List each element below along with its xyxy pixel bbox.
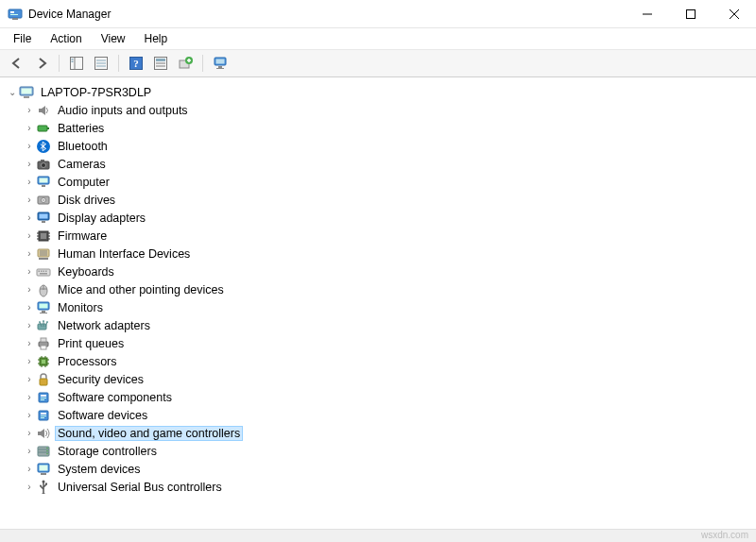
tree-item[interactable]: ›Software components	[2, 388, 752, 406]
svg-point-111	[43, 480, 45, 483]
svg-rect-48	[42, 221, 45, 223]
tree-root-label: LAPTOP-7PSR3DLP	[38, 85, 154, 100]
expand-icon[interactable]: ›	[23, 212, 36, 223]
expand-icon[interactable]: ›	[23, 320, 36, 330]
svg-rect-10	[72, 59, 74, 60]
tree-item[interactable]: ›System devices	[2, 460, 752, 478]
tree-item[interactable]: ›Keyboards	[2, 263, 752, 280]
tree-item[interactable]: ›Computer	[2, 173, 752, 191]
window-title: Device Manager	[28, 8, 111, 21]
keyboard-icon	[36, 264, 51, 279]
computer-icon	[36, 175, 51, 190]
camera-icon	[36, 157, 51, 172]
expand-icon[interactable]: ›	[23, 392, 36, 402]
tree-item[interactable]: ›Human Interface Devices	[2, 245, 752, 263]
expand-icon[interactable]: ›	[23, 338, 36, 348]
tree-item-label: System devices	[55, 462, 144, 477]
system-icon	[36, 462, 51, 477]
tree-item[interactable]: ›Firmware	[2, 227, 752, 245]
svg-rect-113	[45, 483, 47, 484]
svg-point-38	[42, 162, 46, 167]
menu-help[interactable]: Help	[137, 30, 176, 47]
show-hide-console-button[interactable]	[65, 53, 88, 74]
menu-action[interactable]: Action	[43, 30, 89, 47]
svg-rect-0	[9, 9, 22, 18]
expand-icon[interactable]: ›	[23, 105, 36, 115]
add-hardware-button[interactable]	[174, 53, 197, 74]
menubar: File Action View Help	[0, 28, 756, 49]
tree-item[interactable]: ›Batteries	[2, 119, 752, 137]
expand-icon[interactable]: ›	[23, 482, 36, 492]
properties-button[interactable]	[90, 53, 112, 74]
tree-item[interactable]: ›Print queues	[2, 334, 752, 352]
tree-item[interactable]: ›Bluetooth	[2, 137, 752, 155]
tree-root[interactable]: ⌄ LAPTOP-7PSR3DLP	[2, 83, 752, 101]
network-icon	[36, 318, 51, 333]
tree-item-label: Human Interface Devices	[55, 246, 193, 262]
expand-icon[interactable]: ›	[23, 356, 36, 366]
tree-item-label: Bluetooth	[55, 139, 111, 154]
svg-rect-75	[38, 324, 46, 330]
device-tree[interactable]: ⌄ LAPTOP-7PSR3DLP ›Audio inputs and outp…	[0, 77, 756, 512]
expand-icon[interactable]: ›	[23, 464, 36, 474]
svg-rect-19	[156, 59, 165, 61]
menu-file[interactable]: File	[6, 30, 39, 47]
menu-view[interactable]: View	[94, 30, 133, 47]
tree-item[interactable]: ›Display adapters	[2, 209, 752, 227]
disk-icon	[36, 193, 51, 208]
maximize-button[interactable]	[669, 0, 713, 28]
svg-rect-39	[41, 160, 44, 161]
printer-icon	[36, 336, 51, 351]
svg-point-112	[40, 484, 42, 486]
expand-icon[interactable]: ›	[23, 159, 36, 169]
computer-icon	[19, 85, 34, 100]
expand-icon[interactable]: ›	[23, 195, 36, 205]
tree-item[interactable]: ›Software devices	[2, 406, 752, 424]
expand-icon[interactable]: ›	[23, 230, 36, 241]
svg-rect-64	[41, 270, 43, 272]
svg-text:?: ?	[133, 58, 139, 69]
app-icon	[8, 7, 23, 22]
expand-icon[interactable]: ›	[23, 248, 36, 259]
tree-item[interactable]: ›Security devices	[2, 370, 752, 388]
svg-rect-11	[72, 61, 74, 63]
help-button[interactable]: ?	[125, 53, 147, 74]
svg-rect-110	[41, 473, 46, 475]
expand-icon[interactable]: ›	[23, 141, 36, 151]
expand-icon[interactable]: ›	[23, 302, 36, 313]
expand-icon[interactable]: ›	[23, 374, 36, 384]
tree-item[interactable]: ›Cameras	[2, 155, 752, 173]
tree-item-label: Storage controllers	[55, 444, 160, 459]
back-button[interactable]	[6, 53, 28, 74]
tree-item-label: Firmware	[55, 229, 110, 244]
tree-item[interactable]: ›Mice and other pointing devices	[2, 280, 752, 298]
tree-item[interactable]: ›Audio inputs and outputs	[2, 101, 752, 119]
tree-item[interactable]: ›Sound, video and game controllers	[2, 424, 752, 442]
expand-icon[interactable]: ›	[23, 428, 36, 438]
software-icon	[36, 390, 51, 405]
expand-icon[interactable]: ›	[23, 284, 36, 295]
expand-icon[interactable]: ›	[23, 446, 36, 456]
tree-item-label: Network adapters	[55, 318, 153, 333]
tree-item[interactable]: ›Processors	[2, 352, 752, 370]
tree-item[interactable]: ›Monitors	[2, 298, 752, 316]
expand-icon[interactable]: ›	[23, 123, 36, 133]
monitor-icon	[36, 300, 51, 315]
expand-icon[interactable]: ›	[23, 266, 36, 277]
tree-item[interactable]: ›Universal Serial Bus controllers	[2, 478, 752, 496]
expand-icon[interactable]: ›	[23, 177, 36, 187]
tree-item[interactable]: ›Storage controllers	[2, 442, 752, 460]
computer-button[interactable]	[209, 53, 232, 74]
svg-rect-99	[41, 415, 46, 416]
minimize-button[interactable]	[626, 0, 669, 28]
forward-button[interactable]	[30, 53, 53, 74]
scan-hardware-button[interactable]	[149, 53, 172, 74]
tree-item[interactable]: ›Network adapters	[2, 316, 752, 334]
close-button[interactable]	[713, 0, 756, 28]
svg-rect-96	[41, 399, 44, 400]
svg-rect-109	[40, 465, 48, 470]
expand-icon[interactable]: ⌄	[6, 87, 19, 97]
tree-item[interactable]: ›Disk drives	[2, 191, 752, 209]
usb-icon	[36, 480, 51, 495]
expand-icon[interactable]: ›	[23, 410, 36, 420]
